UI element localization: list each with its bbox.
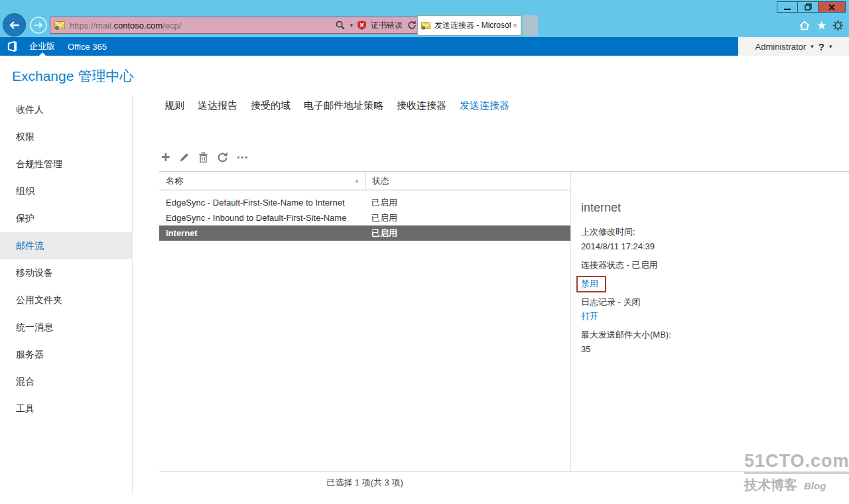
window-controls	[777, 1, 846, 13]
sidebar-item-protection[interactable]: 保护	[0, 205, 132, 232]
watermark-line2: 技术博客	[744, 476, 797, 494]
refresh-button[interactable]	[217, 152, 228, 163]
disable-link[interactable]: 禁用	[581, 279, 598, 288]
account-bar: Administrator ▾ ? ▾	[738, 37, 849, 56]
open-logging-link[interactable]: 打开	[581, 311, 598, 321]
table-row[interactable]: EdgeSync - Default-First-Site-Name to In…	[159, 195, 570, 210]
list-header: 名称 ▲ 状态	[159, 172, 570, 190]
tab-favicon-envelope-icon	[421, 22, 431, 30]
forward-arrow-icon	[34, 21, 43, 29]
page-title-product: Exchange	[12, 68, 74, 84]
more-options-button[interactable]: •••	[237, 153, 249, 161]
edit-button[interactable]	[178, 152, 190, 163]
sidebar-item-hybrid[interactable]: 混合	[0, 368, 132, 395]
account-caret-icon[interactable]: ▾	[811, 43, 814, 50]
help-menu[interactable]: ?	[818, 41, 824, 52]
address-bar[interactable]: https://mail.contoso.com/ecp/ ▾ 证书错误	[50, 17, 421, 34]
refresh-icon	[217, 152, 228, 163]
new-tab-button[interactable]	[523, 15, 538, 36]
modified-value: 2014/8/11 17:24:39	[581, 241, 840, 253]
watermark-site: 51CTO.com	[744, 452, 849, 474]
minimize-button[interactable]	[777, 1, 798, 13]
account-menu[interactable]: Administrator	[755, 42, 807, 52]
forward-button[interactable]	[30, 17, 47, 34]
sidebar-item-servers[interactable]: 服务器	[0, 341, 132, 368]
site-favicon-envelope-icon	[54, 21, 66, 30]
sort-ascending-icon: ▲	[354, 178, 359, 184]
page-title-suffix: 管理中心	[78, 68, 133, 84]
tab-accepted-domains[interactable]: 接受的域	[251, 99, 291, 112]
sidebar-item-permissions[interactable]: 权限	[0, 123, 132, 151]
url-text: https://mail.contoso.com/ecp/	[70, 21, 181, 31]
exchange-admin-window: https://mail.contoso.com/ecp/ ▾ 证书错误	[0, 0, 849, 504]
page-title: Exchange管理中心	[12, 67, 133, 86]
details-divider	[570, 172, 571, 471]
restore-icon	[805, 3, 812, 11]
search-dropdown-caret-icon[interactable]: ▾	[350, 22, 353, 29]
51cto-watermark: 51CTO.com 技术博客 Blog	[744, 452, 849, 494]
minimize-icon	[784, 9, 791, 10]
pencil-icon	[178, 152, 190, 163]
content-tabs: 规则 送达报告 接受的域 电子邮件地址策略 接收连接器 发送连接器	[164, 99, 509, 112]
tab-title: 发送连接器 - Microsoft Ex...	[434, 20, 511, 31]
certificate-error-shield-icon	[358, 21, 366, 30]
details-pane: internet 上次修改时间: 2014/8/11 17:24:39 连接器状…	[581, 201, 840, 358]
disable-link-highlight-box: 禁用	[576, 276, 606, 292]
modified-label: 上次修改时间:	[581, 226, 840, 239]
browser-tab[interactable]: 发送连接器 - Microsoft Ex... ×	[417, 15, 521, 36]
home-icon[interactable]	[799, 20, 811, 31]
selection-summary: 已选择 1 项(共 3 项)	[159, 477, 570, 489]
max-size-value: 35	[581, 344, 840, 356]
favorites-star-icon[interactable]: ★	[816, 20, 826, 31]
sidebar-item-mobile[interactable]: 移动设备	[0, 259, 132, 286]
close-button[interactable]	[818, 1, 846, 13]
tab-send-connectors[interactable]: 发送连接器	[460, 99, 509, 112]
help-caret-icon[interactable]: ▾	[829, 43, 832, 50]
add-button[interactable]: +	[161, 149, 170, 165]
connector-status: 连接器状态 - 已启用	[581, 259, 840, 272]
office-logo-icon	[6, 40, 18, 52]
tab-delivery-reports[interactable]: 送达报告	[198, 99, 237, 112]
settings-gear-icon[interactable]	[832, 20, 844, 31]
list-toolbar: + •••	[161, 149, 249, 166]
tab-close-icon[interactable]: ×	[513, 21, 517, 31]
table-row[interactable]: EdgeSync - Inbound to Default-First-Site…	[159, 210, 570, 225]
sidebar-item-organization[interactable]: 组织	[0, 178, 132, 205]
logging-status: 日志记录 - 关闭	[581, 296, 840, 309]
sidebar-item-recipients[interactable]: 收件人	[0, 96, 132, 123]
tab-receive-connectors[interactable]: 接收连接器	[397, 99, 446, 112]
sidebar-item-tools[interactable]: 工具	[0, 395, 132, 422]
tab-email-address-policies[interactable]: 电子邮件地址策略	[304, 99, 383, 112]
tab-rules[interactable]: 规则	[164, 99, 184, 112]
trash-icon	[198, 152, 208, 163]
max-size-label: 最大发送邮件大小(MB):	[581, 329, 840, 342]
sidebar-item-mail-flow[interactable]: 邮件流	[0, 232, 132, 259]
watermark-blog: Blog	[804, 480, 826, 491]
delete-button[interactable]	[198, 152, 208, 163]
column-header-status[interactable]: 状态	[365, 172, 570, 190]
sidebar-item-compliance[interactable]: 合规性管理	[0, 151, 132, 178]
nav-item-enterprise[interactable]: 企业版	[29, 37, 55, 56]
connector-list: 名称 ▲ 状态 EdgeSync - Default-First-Site-Na…	[159, 172, 570, 241]
close-icon	[828, 4, 835, 11]
sidebar: 收件人 权限 合规性管理 组织 保护 邮件流 移动设备 公用文件夹 统一消息 服…	[0, 96, 133, 494]
sidebar-item-public-folders[interactable]: 公用文件夹	[0, 286, 132, 314]
certificate-error-label[interactable]: 证书错误	[371, 20, 403, 31]
browser-chrome: https://mail.contoso.com/ecp/ ▾ 证书错误	[0, 0, 849, 37]
column-header-name[interactable]: 名称 ▲	[159, 172, 365, 190]
search-icon[interactable]	[336, 21, 345, 30]
table-row-selected[interactable]: internet 已启用	[159, 225, 570, 241]
back-arrow-icon	[9, 20, 21, 31]
refresh-icon[interactable]	[407, 21, 417, 30]
active-nav-notch	[39, 52, 46, 56]
sidebar-item-unified-messaging[interactable]: 统一消息	[0, 314, 132, 341]
details-title: internet	[581, 201, 840, 215]
restore-button[interactable]	[797, 1, 818, 13]
office365-nav-bar: 企业版 Office 365	[0, 37, 738, 56]
back-button[interactable]	[3, 13, 26, 36]
nav-item-office365[interactable]: Office 365	[68, 42, 107, 52]
